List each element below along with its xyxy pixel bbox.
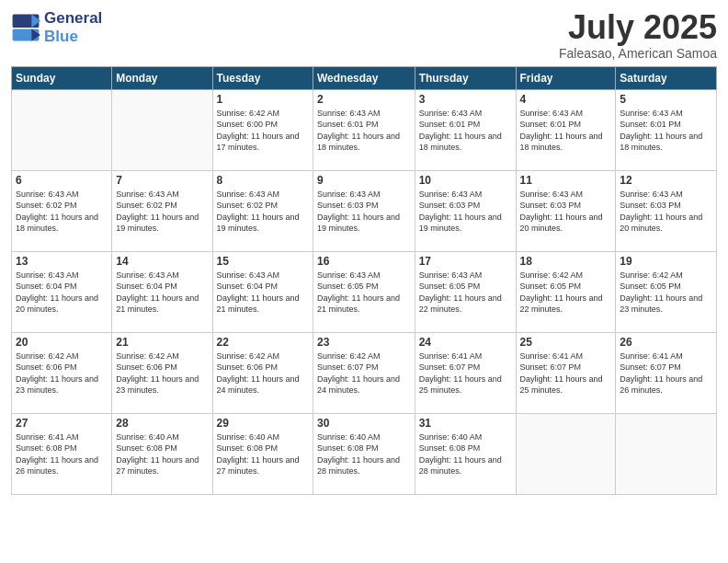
- day-number: 5: [620, 93, 712, 106]
- day-number: 19: [620, 255, 712, 268]
- calendar-week-row: 13Sunrise: 6:43 AM Sunset: 6:04 PM Dayli…: [12, 251, 717, 332]
- day-info: Sunrise: 6:42 AM Sunset: 6:00 PM Dayligh…: [217, 108, 309, 154]
- calendar-day-cell: 20Sunrise: 6:42 AM Sunset: 6:06 PM Dayli…: [12, 332, 112, 413]
- subtitle: Faleasao, American Samoa: [559, 46, 717, 61]
- calendar-day-cell: 21Sunrise: 6:42 AM Sunset: 6:06 PM Dayli…: [112, 332, 212, 413]
- day-number: 9: [317, 174, 411, 187]
- calendar-day-cell: 11Sunrise: 6:43 AM Sunset: 6:03 PM Dayli…: [516, 170, 616, 251]
- day-info: Sunrise: 6:40 AM Sunset: 6:08 PM Dayligh…: [116, 431, 208, 477]
- weekday-header: Thursday: [415, 66, 516, 89]
- calendar-day-cell: 7Sunrise: 6:43 AM Sunset: 6:02 PM Daylig…: [112, 170, 212, 251]
- day-info: Sunrise: 6:41 AM Sunset: 6:07 PM Dayligh…: [620, 350, 712, 396]
- page-container: General Blue July 2025 Faleasao, America…: [0, 0, 728, 563]
- calendar-day-cell: 26Sunrise: 6:41 AM Sunset: 6:07 PM Dayli…: [616, 332, 717, 413]
- day-info: Sunrise: 6:41 AM Sunset: 6:07 PM Dayligh…: [419, 350, 512, 396]
- day-number: 2: [317, 93, 411, 106]
- day-info: Sunrise: 6:43 AM Sunset: 6:04 PM Dayligh…: [217, 270, 309, 316]
- day-info: Sunrise: 6:43 AM Sunset: 6:03 PM Dayligh…: [419, 189, 512, 235]
- day-number: 27: [16, 417, 108, 430]
- day-number: 18: [520, 255, 612, 268]
- weekday-header: Tuesday: [212, 66, 313, 89]
- weekday-header: Sunday: [12, 66, 112, 89]
- calendar-day-cell: 5Sunrise: 6:43 AM Sunset: 6:01 PM Daylig…: [616, 89, 717, 170]
- day-info: Sunrise: 6:42 AM Sunset: 6:05 PM Dayligh…: [620, 270, 712, 316]
- day-number: 21: [116, 336, 208, 349]
- day-number: 6: [16, 174, 108, 187]
- calendar-day-cell: 19Sunrise: 6:42 AM Sunset: 6:05 PM Dayli…: [616, 251, 717, 332]
- day-number: 12: [620, 174, 712, 187]
- calendar-week-row: 6Sunrise: 6:43 AM Sunset: 6:02 PM Daylig…: [12, 170, 717, 251]
- calendar-day-cell: 18Sunrise: 6:42 AM Sunset: 6:05 PM Dayli…: [516, 251, 616, 332]
- calendar-day-cell: 6Sunrise: 6:43 AM Sunset: 6:02 PM Daylig…: [12, 170, 112, 251]
- day-number: 29: [217, 417, 309, 430]
- day-info: Sunrise: 6:40 AM Sunset: 6:08 PM Dayligh…: [419, 431, 512, 477]
- day-number: 22: [217, 336, 309, 349]
- calendar-day-cell: 27Sunrise: 6:41 AM Sunset: 6:08 PM Dayli…: [12, 413, 112, 494]
- calendar-day-cell: 16Sunrise: 6:43 AM Sunset: 6:05 PM Dayli…: [313, 251, 415, 332]
- day-info: Sunrise: 6:43 AM Sunset: 6:02 PM Dayligh…: [16, 189, 108, 235]
- calendar-day-cell: [12, 89, 112, 170]
- calendar-week-row: 1Sunrise: 6:42 AM Sunset: 6:00 PM Daylig…: [12, 89, 717, 170]
- logo-line1: General: [44, 9, 102, 27]
- calendar-week-row: 20Sunrise: 6:42 AM Sunset: 6:06 PM Dayli…: [12, 332, 717, 413]
- calendar-day-cell: 10Sunrise: 6:43 AM Sunset: 6:03 PM Dayli…: [415, 170, 516, 251]
- day-number: 25: [520, 336, 612, 349]
- calendar-day-cell: 3Sunrise: 6:43 AM Sunset: 6:01 PM Daylig…: [415, 89, 516, 170]
- weekday-header: Friday: [516, 66, 616, 89]
- calendar-day-cell: 1Sunrise: 6:42 AM Sunset: 6:00 PM Daylig…: [212, 89, 313, 170]
- calendar-day-cell: [616, 413, 717, 494]
- day-info: Sunrise: 6:43 AM Sunset: 6:05 PM Dayligh…: [317, 270, 411, 316]
- day-number: 23: [317, 336, 411, 349]
- calendar-day-cell: 12Sunrise: 6:43 AM Sunset: 6:03 PM Dayli…: [616, 170, 717, 251]
- calendar-week-row: 27Sunrise: 6:41 AM Sunset: 6:08 PM Dayli…: [12, 413, 717, 494]
- day-number: 13: [16, 255, 108, 268]
- day-info: Sunrise: 6:40 AM Sunset: 6:08 PM Dayligh…: [217, 431, 309, 477]
- day-number: 3: [419, 93, 512, 106]
- weekday-header: Monday: [112, 66, 212, 89]
- calendar-day-cell: 24Sunrise: 6:41 AM Sunset: 6:07 PM Dayli…: [415, 332, 516, 413]
- day-info: Sunrise: 6:43 AM Sunset: 6:04 PM Dayligh…: [116, 270, 208, 316]
- calendar-day-cell: 23Sunrise: 6:42 AM Sunset: 6:07 PM Dayli…: [313, 332, 415, 413]
- logo-text: General Blue: [44, 9, 102, 45]
- day-info: Sunrise: 6:43 AM Sunset: 6:02 PM Dayligh…: [116, 189, 208, 235]
- weekday-header: Saturday: [616, 66, 717, 89]
- calendar-day-cell: [516, 413, 616, 494]
- calendar-day-cell: 31Sunrise: 6:40 AM Sunset: 6:08 PM Dayli…: [415, 413, 516, 494]
- calendar-day-cell: 2Sunrise: 6:43 AM Sunset: 6:01 PM Daylig…: [313, 89, 415, 170]
- day-info: Sunrise: 6:42 AM Sunset: 6:06 PM Dayligh…: [16, 350, 108, 396]
- calendar-day-cell: 17Sunrise: 6:43 AM Sunset: 6:05 PM Dayli…: [415, 251, 516, 332]
- day-info: Sunrise: 6:43 AM Sunset: 6:03 PM Dayligh…: [620, 189, 712, 235]
- day-number: 17: [419, 255, 512, 268]
- day-info: Sunrise: 6:43 AM Sunset: 6:02 PM Dayligh…: [217, 189, 309, 235]
- day-number: 28: [116, 417, 208, 430]
- calendar-day-cell: 13Sunrise: 6:43 AM Sunset: 6:04 PM Dayli…: [12, 251, 112, 332]
- day-number: 14: [116, 255, 208, 268]
- day-number: 1: [217, 93, 309, 106]
- calendar-day-cell: 30Sunrise: 6:40 AM Sunset: 6:08 PM Dayli…: [313, 413, 415, 494]
- day-info: Sunrise: 6:42 AM Sunset: 6:05 PM Dayligh…: [520, 270, 612, 316]
- day-number: 8: [217, 174, 309, 187]
- month-title: July 2025: [559, 9, 717, 46]
- calendar-day-cell: 4Sunrise: 6:43 AM Sunset: 6:01 PM Daylig…: [516, 89, 616, 170]
- day-info: Sunrise: 6:43 AM Sunset: 6:03 PM Dayligh…: [520, 189, 612, 235]
- calendar-day-cell: 14Sunrise: 6:43 AM Sunset: 6:04 PM Dayli…: [112, 251, 212, 332]
- calendar-day-cell: [112, 89, 212, 170]
- logo-line2: Blue: [44, 28, 78, 45]
- logo: General Blue: [11, 9, 102, 45]
- day-number: 15: [217, 255, 309, 268]
- header: General Blue July 2025 Faleasao, America…: [11, 9, 717, 61]
- calendar-table: SundayMondayTuesdayWednesdayThursdayFrid…: [11, 66, 717, 495]
- day-info: Sunrise: 6:41 AM Sunset: 6:08 PM Dayligh…: [16, 431, 108, 477]
- logo-icon: [11, 13, 40, 42]
- day-info: Sunrise: 6:42 AM Sunset: 6:06 PM Dayligh…: [116, 350, 208, 396]
- calendar-day-cell: 8Sunrise: 6:43 AM Sunset: 6:02 PM Daylig…: [212, 170, 313, 251]
- day-number: 10: [419, 174, 512, 187]
- day-info: Sunrise: 6:43 AM Sunset: 6:01 PM Dayligh…: [317, 108, 411, 154]
- day-info: Sunrise: 6:41 AM Sunset: 6:07 PM Dayligh…: [520, 350, 612, 396]
- calendar-day-cell: 28Sunrise: 6:40 AM Sunset: 6:08 PM Dayli…: [112, 413, 212, 494]
- weekday-header: Wednesday: [313, 66, 415, 89]
- title-block: July 2025 Faleasao, American Samoa: [559, 9, 717, 61]
- day-number: 20: [16, 336, 108, 349]
- day-info: Sunrise: 6:42 AM Sunset: 6:07 PM Dayligh…: [317, 350, 411, 396]
- day-info: Sunrise: 6:43 AM Sunset: 6:01 PM Dayligh…: [520, 108, 612, 154]
